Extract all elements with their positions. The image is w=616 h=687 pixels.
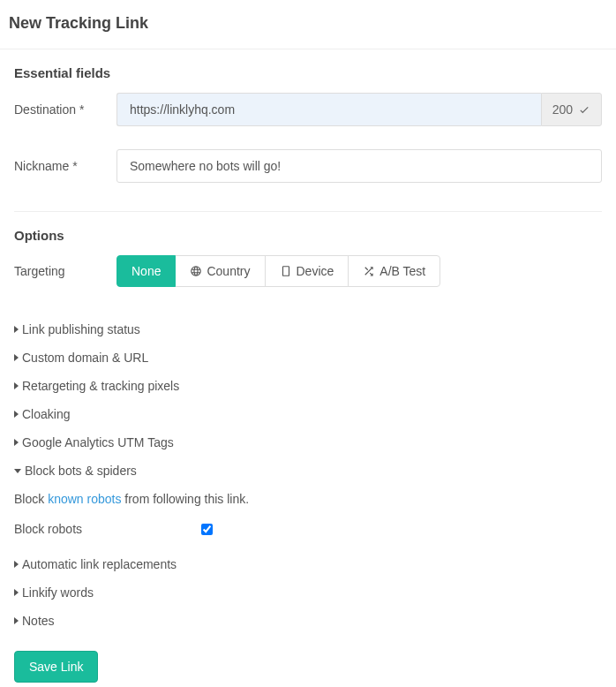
option-publishing-label: Link publishing status (22, 322, 140, 336)
caret-right-icon (14, 617, 19, 624)
targeting-device-button[interactable]: Device (265, 255, 349, 287)
option-notes[interactable]: Notes (14, 607, 602, 635)
destination-input[interactable] (116, 93, 541, 126)
option-blockbots-label: Block bots & spiders (25, 464, 137, 478)
option-retargeting-label: Retargeting & tracking pixels (22, 379, 179, 393)
globe-icon (190, 265, 202, 277)
option-utm[interactable]: Google Analytics UTM Tags (14, 428, 602, 457)
essential-section-title: Essential fields (14, 65, 602, 80)
caret-right-icon (14, 326, 19, 333)
targeting-abtest-button[interactable]: A/B Test (348, 255, 440, 287)
options-section-title: Options (14, 228, 602, 243)
option-cloaking[interactable]: Cloaking (14, 400, 602, 428)
option-publishing[interactable]: Link publishing status (14, 315, 602, 344)
save-button[interactable]: Save Link (14, 651, 98, 683)
block-robots-checkbox[interactable] (201, 524, 213, 535)
option-utm-label: Google Analytics UTM Tags (22, 435, 174, 449)
option-notes-label: Notes (22, 614, 55, 628)
caret-right-icon (14, 589, 19, 596)
known-robots-link[interactable]: known robots (48, 492, 121, 506)
targeting-none-button[interactable]: None (116, 255, 176, 287)
option-autoreplace-label: Automatic link replacements (22, 557, 177, 571)
block-bots-description: Block known robots from following this l… (14, 485, 602, 517)
option-linkify[interactable]: Linkify words (14, 578, 602, 607)
nickname-label: Nickname * (14, 159, 116, 173)
status-code: 200 (552, 102, 573, 117)
check-icon (578, 103, 590, 116)
option-retargeting[interactable]: Retargeting & tracking pixels (14, 372, 602, 400)
targeting-country-button[interactable]: Country (175, 255, 265, 287)
caret-right-icon (14, 354, 19, 361)
caret-right-icon (14, 382, 19, 389)
option-autoreplace[interactable]: Automatic link replacements (14, 550, 602, 578)
option-blockbots[interactable]: Block bots & spiders (14, 457, 602, 485)
caret-down-icon (14, 469, 21, 473)
option-customdomain[interactable]: Custom domain & URL (14, 344, 602, 372)
targeting-abtest-label: A/B Test (379, 264, 425, 278)
option-cloaking-label: Cloaking (22, 407, 70, 421)
targeting-button-group: None Country Device A/B Test (116, 255, 440, 287)
option-linkify-label: Linkify words (22, 585, 94, 600)
caret-right-icon (14, 439, 19, 446)
caret-right-icon (14, 561, 19, 568)
block-robots-label: Block robots (14, 522, 201, 536)
option-customdomain-label: Custom domain & URL (22, 351, 148, 365)
device-icon (280, 265, 292, 277)
caret-right-icon (14, 411, 19, 418)
nickname-input[interactable] (116, 149, 602, 183)
destination-status-badge: 200 (541, 93, 602, 126)
targeting-device-label: Device (297, 264, 334, 278)
targeting-country-label: Country (207, 264, 250, 278)
shuffle-icon (363, 265, 375, 277)
destination-label: Destination * (14, 102, 116, 117)
page-title: New Tracking Link (9, 14, 607, 33)
targeting-label: Targeting (14, 264, 116, 278)
